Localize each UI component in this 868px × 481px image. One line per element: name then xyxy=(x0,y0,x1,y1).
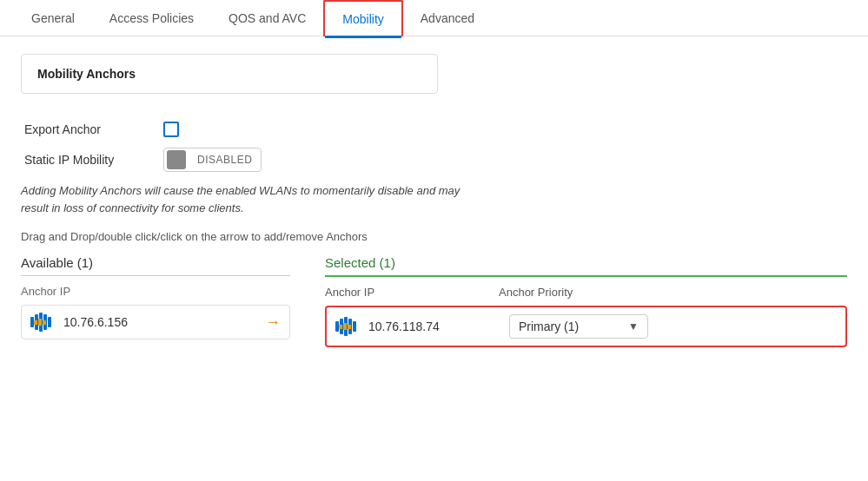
available-anchor-row[interactable]: 10.76.6.156 → xyxy=(21,305,290,339)
toggle-thumb xyxy=(167,150,186,169)
available-divider xyxy=(21,275,290,276)
tab-mobility[interactable]: Mobility xyxy=(323,0,402,36)
tab-advanced[interactable]: Advanced xyxy=(403,1,492,36)
selected-anchor-row[interactable]: 10.76.118.74 Primary (1) ▼ xyxy=(325,306,847,347)
svg-rect-14 xyxy=(343,323,347,330)
export-anchor-checkbox[interactable] xyxy=(163,122,179,137)
svg-rect-0 xyxy=(30,317,34,327)
tab-qos-avc[interactable]: QOS and AVC xyxy=(211,1,323,36)
selected-table-headers: Anchor IP Anchor Priority xyxy=(325,286,847,299)
static-ip-mobility-toggle[interactable]: DISABLED xyxy=(163,148,262,172)
svg-rect-7 xyxy=(43,320,46,325)
svg-rect-13 xyxy=(339,325,342,329)
toggle-state-label: DISABLED xyxy=(189,154,261,166)
svg-rect-15 xyxy=(348,325,351,329)
selected-col-anchor-ip: Anchor IP xyxy=(325,286,499,299)
available-column: Available (1) Anchor IP 10.76.6.156 → xyxy=(21,255,290,351)
mobility-anchors-section: Mobility Anchors xyxy=(21,54,438,94)
tab-general[interactable]: General xyxy=(14,1,92,36)
selected-col-anchor-priority: Anchor Priority xyxy=(499,286,847,299)
main-content: Mobility Anchors Export Anchor Static IP… xyxy=(0,36,868,368)
export-anchor-label: Export Anchor xyxy=(24,122,163,136)
available-anchor-ip: 10.76.6.156 xyxy=(63,315,265,329)
drag-hint: Drag and Drop/double click/click on the … xyxy=(21,230,847,243)
arrow-right-icon[interactable]: → xyxy=(265,313,281,332)
selected-header: Selected (1) xyxy=(325,255,847,270)
svg-rect-5 xyxy=(34,320,37,325)
chevron-down-icon: ▼ xyxy=(628,320,639,333)
available-header: Available (1) xyxy=(21,255,290,270)
tabs-nav: General Access Policies QOS and AVC Mobi… xyxy=(0,0,868,36)
svg-rect-12 xyxy=(353,321,356,332)
available-sub-header: Anchor IP xyxy=(21,285,290,298)
export-anchor-row: Export Anchor xyxy=(21,122,847,137)
tab-access-policies[interactable]: Access Policies xyxy=(92,1,211,36)
cisco-icon-available xyxy=(30,313,55,332)
priority-value: Primary (1) xyxy=(519,320,579,333)
selected-column: Selected (1) Anchor IP Anchor Priority xyxy=(325,255,847,351)
selected-divider xyxy=(325,275,847,277)
anchor-columns: Available (1) Anchor IP 10.76.6.156 → xyxy=(21,255,847,351)
priority-select[interactable]: Primary (1) ▼ xyxy=(509,314,648,339)
selected-anchor-ip-cell: 10.76.118.74 xyxy=(335,317,509,336)
svg-rect-4 xyxy=(48,317,51,327)
cisco-icon-selected xyxy=(335,317,360,336)
section-title: Mobility Anchors xyxy=(37,67,421,81)
selected-anchor-ip-value: 10.76.118.74 xyxy=(368,320,509,333)
static-ip-mobility-row: Static IP Mobility DISABLED xyxy=(21,148,847,172)
svg-rect-8 xyxy=(335,321,339,332)
svg-rect-6 xyxy=(38,319,42,326)
static-ip-mobility-label: Static IP Mobility xyxy=(24,153,163,167)
info-text: Adding Mobility Anchors will cause the e… xyxy=(21,182,473,216)
